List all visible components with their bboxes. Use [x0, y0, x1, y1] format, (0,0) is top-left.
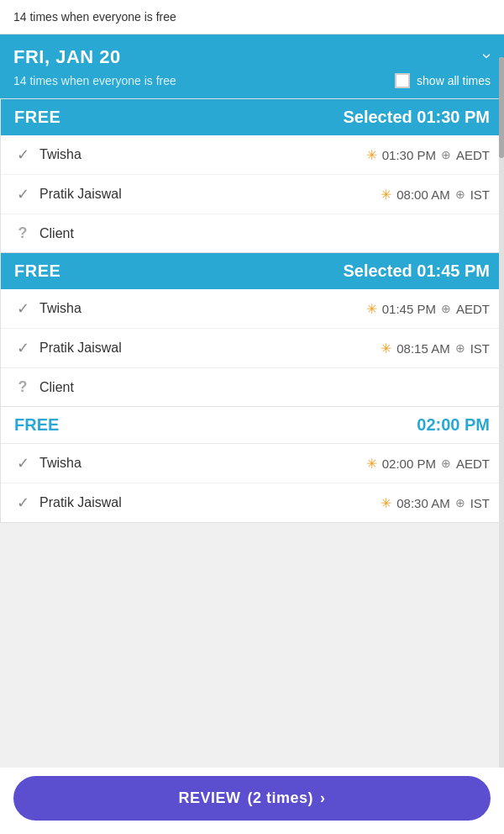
globe-icon: ⊕: [455, 496, 465, 509]
selected-time-2: Selected 01:45 PM: [343, 261, 490, 281]
tz-value: AEDT: [456, 148, 490, 162]
attendee-time: ✳ 08:30 AM ⊕ IST: [381, 495, 490, 511]
review-button[interactable]: REVIEW (2 times) ›: [13, 776, 491, 821]
globe-icon: ⊕: [441, 457, 451, 470]
subtitle-row: 14 times when everyone is free show all …: [13, 73, 491, 88]
attendee-row-twisha-2: ✓ Twisha ✳ 01:45 PM ⊕ AEDT: [1, 289, 503, 329]
attendee-left: ✓ Twisha: [14, 145, 81, 164]
tz-value: IST: [470, 496, 490, 510]
check-icon: ✓: [14, 299, 31, 318]
review-label: REVIEW: [178, 789, 240, 807]
globe-icon: ⊕: [455, 187, 465, 201]
time-block-header-2[interactable]: FREE Selected 01:45 PM: [1, 253, 503, 289]
review-chevron: ›: [320, 789, 326, 807]
sun-icon: ✳: [366, 147, 377, 163]
scrollbar-track[interactable]: [499, 57, 504, 814]
check-icon: ✓: [14, 185, 31, 203]
show-all-checkbox[interactable]: [395, 73, 410, 88]
attendee-name: Client: [39, 226, 74, 241]
globe-icon: ⊕: [441, 302, 451, 315]
attendee-row-twisha-3: ✓ Twisha ✳ 02:00 PM ⊕ AEDT: [1, 444, 503, 483]
attendee-time: ✳ 01:30 PM ⊕ AEDT: [366, 147, 490, 163]
review-count: (2 times): [247, 789, 313, 807]
attendee-name: Twisha: [39, 301, 81, 316]
sun-icon: ✳: [381, 340, 391, 356]
attendee-name: Pratik Jaiswal: [39, 187, 122, 202]
time-label-3: 02:00 PM: [417, 415, 490, 435]
attendee-left: ✓ Pratik Jaiswal: [14, 339, 122, 357]
attendee-left: ? Client: [14, 378, 74, 396]
attendee-name: Pratik Jaiswal: [39, 340, 122, 356]
attendee-row-pratik-3: ✓ Pratik Jaiswal ✳ 08:30 AM ⊕ IST: [1, 483, 503, 522]
scrollbar-thumb[interactable]: [499, 57, 504, 158]
tz-value: IST: [470, 187, 490, 202]
check-icon: ✓: [14, 145, 31, 164]
check-icon: ✓: [14, 494, 31, 512]
attendee-name: Twisha: [39, 147, 81, 162]
tz-value: IST: [470, 341, 490, 356]
show-all-label: show all times: [417, 74, 491, 87]
check-icon: ✓: [14, 339, 31, 357]
attendee-row-pratik-1: ✓ Pratik Jaiswal ✳ 08:00 AM ⊕ IST: [1, 175, 503, 214]
attendee-left: ✓ Pratik Jaiswal: [14, 494, 122, 512]
attendee-left: ✓ Pratik Jaiswal: [14, 185, 122, 203]
time-block-header-3[interactable]: FREE 02:00 PM: [1, 407, 503, 444]
time-value: 01:45 PM: [382, 302, 436, 316]
time-value: 01:30 PM: [382, 148, 436, 162]
globe-icon: ⊕: [441, 148, 451, 161]
time-value: 08:00 AM: [396, 187, 449, 202]
day-header: FRI, JAN 20 › 14 times when everyone is …: [0, 34, 504, 98]
chevron-down-icon[interactable]: ›: [478, 53, 497, 59]
time-block-header-1[interactable]: FREE Selected 01:30 PM: [1, 99, 503, 135]
attendee-name: Client: [39, 380, 74, 395]
tz-value: AEDT: [456, 302, 490, 316]
sun-icon: ✳: [381, 187, 391, 203]
attendee-name: Pratik Jaiswal: [39, 495, 122, 510]
attendee-left: ✓ Twisha: [14, 299, 81, 318]
main-wrapper: 14 times when everyone is free FRI, JAN …: [0, 0, 504, 590]
attendee-left: ✓ Twisha: [14, 454, 81, 472]
sun-icon: ✳: [366, 301, 377, 317]
time-value: 08:15 AM: [396, 341, 449, 356]
time-block-1[interactable]: FREE Selected 01:30 PM ✓ Twisha ✳ 01:30 …: [0, 98, 504, 253]
day-title: FRI, JAN 20: [13, 46, 491, 68]
attendee-name: Twisha: [39, 456, 81, 471]
time-block-3[interactable]: FREE 02:00 PM ✓ Twisha ✳ 02:00 PM ⊕ AEDT…: [0, 407, 504, 523]
attendee-time: ✳ 08:15 AM ⊕ IST: [381, 340, 490, 356]
day-subtitle: 14 times when everyone is free: [13, 74, 176, 87]
free-label-3: FREE: [14, 415, 59, 435]
attendee-row-twisha-1: ✓ Twisha ✳ 01:30 PM ⊕ AEDT: [1, 135, 503, 175]
attendee-left: ? Client: [14, 224, 74, 242]
time-value: 02:00 PM: [382, 457, 436, 471]
attendee-time: ✳ 02:00 PM ⊕ AEDT: [366, 456, 490, 472]
attendee-row-pratik-2: ✓ Pratik Jaiswal ✳ 08:15 AM ⊕ IST: [1, 329, 503, 368]
top-bar-text: 14 times when everyone is free: [13, 10, 176, 24]
check-icon: ✓: [14, 454, 31, 472]
question-icon: ?: [14, 224, 31, 242]
time-block-2[interactable]: FREE Selected 01:45 PM ✓ Twisha ✳ 01:45 …: [0, 253, 504, 407]
attendee-row-client-1: ? Client: [1, 214, 503, 252]
attendee-time: ✳ 08:00 AM ⊕ IST: [381, 187, 490, 203]
attendee-time: ✳ 01:45 PM ⊕ AEDT: [366, 301, 490, 317]
sun-icon: ✳: [381, 495, 391, 511]
question-icon: ?: [14, 378, 31, 396]
show-all-row: show all times: [395, 73, 491, 88]
globe-icon: ⊕: [455, 341, 465, 355]
time-value: 08:30 AM: [396, 496, 449, 510]
review-bar: REVIEW (2 times) ›: [0, 768, 504, 834]
top-bar: 14 times when everyone is free: [0, 0, 504, 34]
free-label-2: FREE: [14, 261, 60, 281]
free-label-1: FREE: [14, 108, 60, 127]
tz-value: AEDT: [456, 457, 490, 471]
selected-time-1: Selected 01:30 PM: [343, 108, 490, 127]
sun-icon: ✳: [366, 456, 377, 472]
attendee-row-client-2: ? Client: [1, 368, 503, 406]
